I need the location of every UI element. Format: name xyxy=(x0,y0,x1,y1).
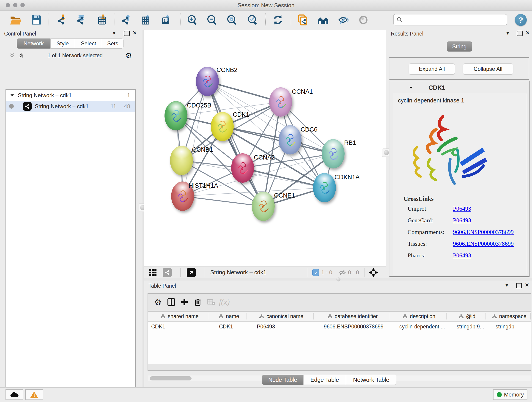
crosslink-value-link[interactable]: 9606.ENSP00000378699 xyxy=(453,240,514,247)
results-buttons-box: Expand All Collapse All xyxy=(389,57,529,80)
expand-all-chevrons-icon[interactable] xyxy=(9,52,16,59)
node-RB1[interactable] xyxy=(322,139,345,168)
table-panel-close-icon[interactable]: ✕ xyxy=(525,282,529,288)
table-cell: CDK1 xyxy=(148,324,209,330)
column-header-shared-name[interactable]: shared name xyxy=(148,313,209,319)
collapse-all-chevrons-icon[interactable] xyxy=(18,52,25,59)
collapse-all-button[interactable]: Collapse All xyxy=(463,64,513,75)
expand-all-button[interactable]: Expand All xyxy=(409,64,455,75)
show-columns-icon[interactable] xyxy=(165,296,178,308)
import-network-file-icon[interactable] xyxy=(56,14,68,26)
selected-checkbox-icon[interactable] xyxy=(312,269,319,276)
refresh-view-icon[interactable] xyxy=(272,14,284,26)
control-panel-close-icon[interactable]: ✕ xyxy=(133,30,137,36)
node-CCNA1[interactable] xyxy=(269,87,292,117)
memory-button[interactable]: Memory xyxy=(493,389,527,400)
node-label-CCNB1: CCNB1 xyxy=(192,146,213,153)
network-selection-text: 1 of 1 Network selected xyxy=(25,52,125,59)
edge-CCNE1-HIST1H1A[interactable] xyxy=(183,196,263,206)
column-header-name[interactable]: name xyxy=(209,313,247,319)
column-header-database-identifier[interactable]: database identifier xyxy=(314,313,389,319)
network-edge-count: 48 xyxy=(124,103,130,109)
network-options-gear-icon[interactable]: ⚙ xyxy=(125,51,132,60)
tab-network-table[interactable]: Network Table xyxy=(346,375,396,385)
network-collection-row[interactable]: String Network – cdk1 1 xyxy=(6,90,135,101)
section-expander-icon[interactable] xyxy=(408,85,414,90)
fit-content-icon[interactable] xyxy=(226,14,238,26)
crosslink-label: GeneCard: xyxy=(408,217,453,224)
edge-CCNB2-HIST1H1A[interactable] xyxy=(183,81,207,196)
protein-name: CDK1 xyxy=(428,84,445,91)
results-panel-close-icon[interactable]: ✕ xyxy=(525,30,530,36)
search-input[interactable] xyxy=(403,17,500,23)
node-CCNA2[interactable] xyxy=(231,153,254,183)
control-panel-collapse-icon[interactable]: ▾ xyxy=(113,30,115,36)
current-network-dot-icon xyxy=(9,104,14,109)
network-label: String Network – cdk1 xyxy=(35,103,89,109)
highlight-orb-icon[interactable] xyxy=(357,14,370,26)
column-header--id[interactable]: @id xyxy=(447,313,486,319)
results-panel-float-button[interactable] xyxy=(517,31,523,36)
network-row-selected[interactable]: String Network – cdk1 11 48 xyxy=(6,101,135,112)
import-table-file-icon[interactable] xyxy=(96,14,109,26)
graphics-details-eye-icon[interactable] xyxy=(337,14,350,26)
crosslink-row: Tissues:9606.ENSP00000378699 xyxy=(408,240,522,247)
grid-mode-icon[interactable] xyxy=(149,269,156,276)
clone-network-icon[interactable] xyxy=(297,14,309,26)
export-image-icon[interactable] xyxy=(160,14,172,26)
tab-edge-table[interactable]: Edge Table xyxy=(303,375,346,385)
table-panel-collapse-icon[interactable]: ▾ xyxy=(505,282,508,288)
table-settings-gear-icon[interactable]: ⚙ xyxy=(151,296,165,308)
crosslink-value-link[interactable]: P06493 xyxy=(453,217,471,224)
protein-section-header[interactable]: CDK1 xyxy=(390,82,528,93)
status-bar: Memory xyxy=(0,387,532,402)
tab-select[interactable]: Select xyxy=(75,38,102,49)
tab-string[interactable]: String xyxy=(447,41,472,51)
zoom-out-icon[interactable] xyxy=(206,14,218,26)
table-panel-float-button[interactable] xyxy=(516,283,522,288)
warnings-button[interactable] xyxy=(25,389,43,400)
hidden-eye-icon[interactable] xyxy=(338,269,346,277)
export-table-icon[interactable] xyxy=(140,14,152,26)
import-network-database-icon[interactable] xyxy=(75,14,88,26)
birdseye-toggle-icon[interactable] xyxy=(187,268,196,277)
column-header-canonical-name[interactable]: canonical name xyxy=(247,313,314,319)
control-panel-float-button[interactable] xyxy=(124,31,130,36)
node-CDKN1A[interactable] xyxy=(313,173,336,202)
column-header-description[interactable]: description xyxy=(389,313,447,319)
table-panel-body: ⚙ f(x) shared namenamecanonical namedata… xyxy=(147,293,531,371)
tree-expander-icon[interactable] xyxy=(10,93,15,98)
tab-sets[interactable]: Sets xyxy=(102,38,123,49)
string-share-icon[interactable] xyxy=(163,268,172,277)
node-CCNB1[interactable] xyxy=(170,146,193,175)
search-box[interactable] xyxy=(393,14,507,26)
birdseye-view-icon[interactable] xyxy=(317,14,329,26)
table-header-row[interactable]: shared namenamecanonical namedatabase id… xyxy=(148,312,531,322)
export-network-icon[interactable] xyxy=(120,14,133,26)
tab-style[interactable]: Style xyxy=(51,38,75,49)
open-session-icon[interactable] xyxy=(9,14,22,26)
add-column-icon[interactable] xyxy=(178,296,191,308)
node-CCNE1[interactable] xyxy=(252,191,275,221)
zoom-in-icon[interactable] xyxy=(186,14,199,26)
crosshair-icon[interactable] xyxy=(368,268,379,279)
save-session-icon[interactable] xyxy=(30,14,42,26)
crosslink-value-link[interactable]: P06493 xyxy=(453,205,471,212)
memory-status-dot xyxy=(497,392,502,397)
help-button[interactable]: ? xyxy=(515,14,527,26)
node-CDK1[interactable] xyxy=(211,112,234,141)
crosslink-value-link[interactable]: 9606.ENSP00000378699 xyxy=(453,229,514,236)
tab-network[interactable]: Network xyxy=(17,38,51,49)
network-canvas[interactable]: CCNB2CCNA1CDC25BCDK1CDC6RB1CCNB1CCNA2HIS… xyxy=(144,30,386,266)
zoom-selected-icon[interactable] xyxy=(247,14,259,26)
column-header-namespace[interactable]: namespace xyxy=(486,313,531,319)
node-CCNB2[interactable] xyxy=(196,67,219,96)
tab-node-table[interactable]: Node Table xyxy=(262,375,303,385)
results-panel-collapse-icon[interactable]: ▾ xyxy=(506,30,509,36)
node-CDC25B[interactable] xyxy=(165,101,187,130)
table-row[interactable]: CDK1CDK1P064939606.ENSP00000378699cyclin… xyxy=(148,322,531,332)
node-CDC6[interactable] xyxy=(279,125,302,154)
delete-column-trash-icon[interactable] xyxy=(191,296,204,308)
crosslink-value-link[interactable]: P06493 xyxy=(453,252,471,259)
cloud-button[interactable] xyxy=(6,389,23,400)
